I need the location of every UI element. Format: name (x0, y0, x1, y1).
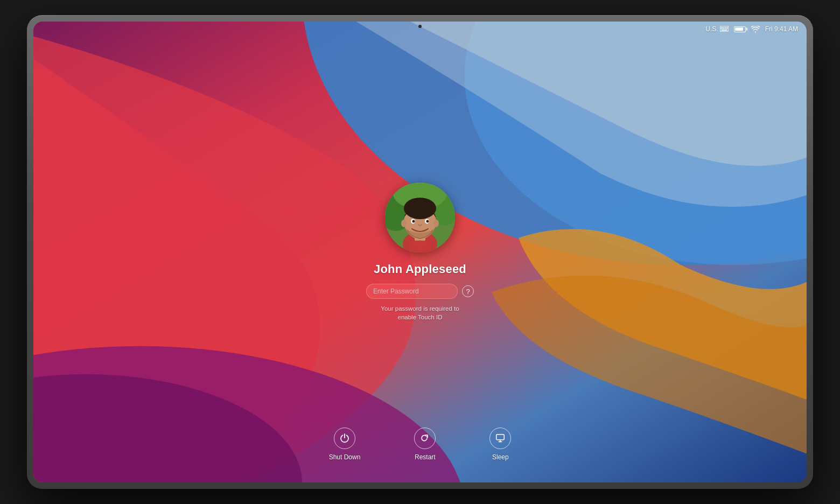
wifi-icon (751, 26, 760, 33)
avatar (385, 183, 455, 253)
svg-point-29 (426, 220, 429, 222)
clock: Fri 9:41 AM (765, 25, 798, 33)
sleep-button[interactable]: Sleep (489, 428, 511, 461)
restart-button[interactable]: Restart (414, 428, 436, 461)
keyboard-layout-text: U.S. (705, 25, 718, 33)
svg-point-31 (433, 220, 439, 227)
keyboard-icon (720, 26, 729, 32)
svg-rect-16 (722, 30, 727, 31)
shut-down-label: Shut Down (329, 453, 361, 461)
svg-rect-12 (722, 29, 723, 30)
svg-rect-15 (727, 29, 728, 30)
sleep-label: Sleep (492, 453, 509, 461)
help-button[interactable]: ? (462, 285, 474, 297)
sleep-icon (489, 428, 511, 449)
svg-rect-10 (727, 27, 728, 28)
password-row: ? (366, 284, 474, 299)
keyboard-layout[interactable]: U.S. (705, 25, 728, 33)
clock-text: Fri 9:41 AM (765, 25, 798, 33)
svg-point-28 (412, 220, 415, 222)
svg-rect-8 (724, 27, 725, 28)
password-hint: Your password is required to enable Touc… (381, 304, 459, 321)
shut-down-button[interactable]: Shut Down (329, 428, 361, 461)
laptop-screen: U.S. (33, 22, 807, 482)
login-center: John Appleseed ? Your password is requir… (366, 183, 474, 321)
user-name: John Appleseed (374, 262, 466, 276)
battery-fill (735, 27, 743, 31)
svg-rect-9 (725, 27, 726, 28)
avatar-image (385, 183, 455, 253)
restart-label: Restart (415, 453, 436, 461)
power-icon (334, 428, 355, 449)
bottom-actions: Shut Down Restart (33, 428, 807, 461)
menu-bar: U.S. (33, 22, 807, 37)
laptop-body: U.S. (27, 15, 813, 489)
wifi-indicator[interactable] (751, 26, 760, 33)
svg-point-25 (404, 198, 436, 219)
svg-rect-6 (720, 27, 722, 28)
svg-rect-32 (496, 435, 505, 440)
battery-indicator[interactable] (734, 26, 746, 32)
svg-rect-11 (720, 29, 722, 30)
svg-rect-13 (724, 29, 725, 30)
svg-rect-7 (722, 27, 723, 28)
camera-dot (418, 25, 422, 28)
password-input[interactable] (366, 284, 458, 299)
restart-icon (414, 428, 436, 449)
svg-rect-14 (725, 29, 726, 30)
svg-point-30 (401, 220, 407, 227)
menu-bar-right: U.S. (705, 25, 798, 33)
battery-body (734, 26, 746, 32)
